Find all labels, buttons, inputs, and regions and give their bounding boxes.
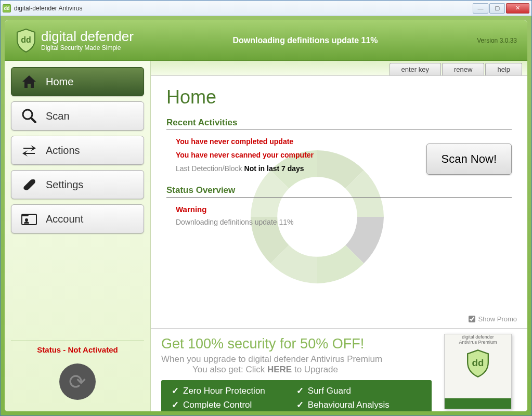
check-icon: ✓ [296, 385, 304, 396]
titlebar-text: digital-defender Antivirus [14, 5, 472, 12]
app-icon: dd [3, 4, 11, 12]
show-promo-toggle[interactable]: Show Promo [469, 315, 517, 323]
status-overview-title: Status Overview [166, 185, 512, 198]
app-body: dd digital defender Digital Security Mad… [1, 16, 531, 415]
nav-home[interactable]: Home [11, 67, 144, 96]
promo-feature: ✓Complete Control [172, 399, 265, 410]
magnifier-icon [21, 108, 37, 124]
promo-feature: ✓Surf Guard [296, 385, 390, 396]
status-warning: Warning [176, 205, 512, 214]
svg-text:dd: dd [472, 357, 484, 368]
recent-activities-title: Recent Activities [166, 118, 512, 130]
update-icon[interactable]: ⟳ [59, 363, 96, 400]
nav-scan[interactable]: Scan [11, 101, 144, 131]
top-tabs: enter key renew help [151, 61, 527, 76]
svg-point-4 [25, 218, 28, 222]
main-panel: enter key renew help Home Recent Activit… [150, 61, 527, 411]
nav-label: Actions [46, 145, 80, 157]
check-icon: ✓ [296, 399, 304, 410]
arrows-icon [21, 142, 37, 159]
maximize-button[interactable]: ▢ [489, 3, 505, 14]
logo: dd digital defender Digital Security Mad… [15, 28, 134, 53]
promo-feature: ✓Zero Hour Protection [172, 385, 265, 396]
tab-help[interactable]: help [485, 63, 522, 75]
tab-renew[interactable]: renew [442, 63, 484, 75]
window-controls: — ▢ ✕ [472, 3, 529, 14]
shield-icon: dd [15, 28, 37, 53]
content: Home Scan Actions Settings [5, 61, 527, 411]
check-icon: ✓ [172, 399, 179, 410]
svg-text:dd: dd [21, 35, 31, 44]
sidebar-bottom: ⟳ [11, 358, 144, 405]
promo-banner: Get 100% security for 50% OFF! When you … [151, 328, 527, 411]
app-window: dd digital-defender Antivirus — ▢ ✕ dd d… [0, 0, 532, 416]
nav-label: Settings [46, 179, 83, 191]
header-status: Downloading definitions update 11% [134, 36, 477, 45]
svg-line-2 [31, 118, 35, 122]
logo-subtitle: Digital Security Made Simple [41, 44, 134, 51]
nav-label: Account [46, 213, 83, 225]
show-promo-label: Show Promo [478, 315, 517, 323]
tab-enter-key[interactable]: enter key [390, 63, 441, 75]
home-icon [21, 73, 37, 90]
nav-actions[interactable]: Actions [11, 136, 144, 165]
detect-value: Not in last 7 days [244, 164, 304, 173]
logo-title: digital defender [41, 30, 134, 43]
page-title: Home [166, 86, 512, 108]
status-message: Downloading definitions update 11% [176, 218, 512, 226]
detect-label: Last Detection/Block [176, 164, 242, 173]
wrench-icon [21, 176, 37, 193]
nav-label: Home [46, 76, 73, 88]
sidebar: Home Scan Actions Settings [5, 61, 150, 411]
nav-label: Scan [46, 110, 70, 122]
check-icon: ✓ [172, 385, 179, 396]
main-content: Home Recent Activities You have never co… [151, 76, 527, 328]
activation-status: Status - Not Activated [11, 341, 144, 358]
close-button[interactable]: ✕ [506, 3, 529, 14]
version-label: Version 3.0.33 [477, 37, 517, 44]
nav-settings[interactable]: Settings [11, 170, 144, 199]
promo-features: ✓Zero Hour Protection ✓Complete Control … [161, 380, 432, 411]
promo-here-link[interactable]: HERE [267, 365, 292, 374]
minimize-button[interactable]: — [473, 3, 488, 14]
logo-text: digital defender Digital Security Made S… [41, 30, 134, 51]
header: dd digital defender Digital Security Mad… [5, 20, 527, 61]
account-icon [21, 211, 37, 227]
promo-feature: ✓Behavioural Analysis [296, 399, 390, 410]
show-promo-checkbox[interactable] [469, 316, 475, 322]
promo-box-image: digital defender Antivirus Premium dd [444, 334, 512, 409]
nav-account[interactable]: Account [11, 204, 144, 233]
scan-now-button[interactable]: Scan Now! [426, 144, 512, 175]
inner-frame: dd digital defender Digital Security Mad… [5, 20, 527, 411]
titlebar: dd digital-defender Antivirus — ▢ ✕ [1, 1, 531, 16]
